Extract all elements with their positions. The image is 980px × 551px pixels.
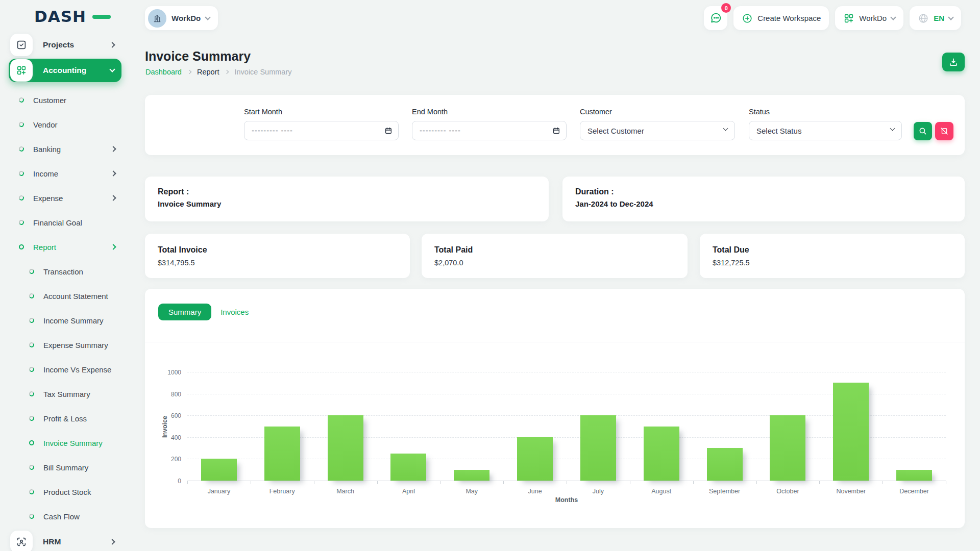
sidebar-item-hrm[interactable]: HRM [9, 530, 121, 551]
bar-april [390, 454, 426, 481]
bullet-icon [29, 415, 35, 421]
sidebar-item-label: Financial Goal [33, 218, 82, 227]
end-month-label: End Month [412, 108, 567, 116]
sidebar-item-accounting[interactable]: Accounting [9, 59, 121, 82]
calendar-icon[interactable] [552, 127, 560, 137]
sidebar-item-product-stock[interactable]: Product Stock [0, 480, 122, 504]
tab-summary[interactable]: Summary [158, 304, 211, 320]
customer-label: Customer [580, 108, 735, 116]
duration-card: Duration : Jan-2024 to Dec-2024 [562, 177, 965, 221]
invoice-summary-chart-card: Summary Invoices Invoice 020040060080010… [145, 289, 965, 528]
sidebar-item-label: Transaction [43, 267, 83, 276]
sidebar-item-label: Product Stock [43, 488, 91, 496]
sidebar-item-transaction[interactable]: Transaction [0, 259, 122, 284]
end-month-field[interactable] [412, 121, 567, 140]
x-tick-label: December [883, 488, 946, 495]
x-axis-title: Months [187, 496, 946, 504]
axis-tick [377, 481, 378, 484]
sidebar-item-customer[interactable]: Customer [0, 88, 122, 112]
sidebar-item-cash-flow[interactable]: Cash Flow [0, 504, 122, 529]
chevron-right-icon [110, 146, 116, 152]
start-month-field[interactable] [244, 121, 399, 140]
chevron-right-icon [110, 195, 116, 201]
sidebar-item-income-summary[interactable]: Income Summary [0, 308, 122, 333]
start-month-label: Start Month [244, 108, 399, 116]
calendar-icon[interactable] [384, 127, 393, 137]
breadcrumb-dashboard[interactable]: Dashboard [145, 68, 182, 76]
sidebar-item-financial-goal[interactable]: Financial Goal [0, 210, 122, 235]
sidebar-item-vendor[interactable]: Vendor [0, 112, 122, 137]
report-value: Invoice Summary [158, 199, 536, 208]
breadcrumb: Dashboard Report Invoice Summary [145, 68, 291, 76]
customer-select[interactable]: Select Customer [580, 121, 735, 140]
sidebar-item-income-vs-expense[interactable]: Income Vs Expense [0, 357, 122, 382]
sidebar-item-tax-summary[interactable]: Tax Summary [0, 382, 122, 406]
y-tick-label: 1000 [158, 369, 181, 376]
checkbox-icon [10, 34, 33, 56]
sidebar-item-label: Tax Summary [43, 390, 90, 398]
sidebar-item-invoice-summary[interactable]: Invoice Summary [0, 431, 122, 455]
bar-december [896, 470, 932, 481]
sidebar-item-label: Report [33, 243, 56, 252]
bullet-icon [18, 97, 24, 103]
x-tick-label: February [251, 488, 314, 495]
bullet-icon [18, 244, 24, 250]
sidebar-item-label: Accounting [43, 66, 86, 75]
reset-icon [940, 127, 949, 136]
axis-tick [946, 481, 946, 484]
sidebar-item-account-statement[interactable]: Account Statement [0, 284, 122, 308]
breadcrumb-report[interactable]: Report [197, 68, 219, 76]
x-tick-label: September [693, 488, 756, 495]
axis-tick [440, 481, 440, 484]
reset-button[interactable] [935, 122, 953, 140]
search-button[interactable] [914, 122, 932, 140]
bullet-icon [29, 464, 35, 470]
sidebar-item-label: HRM [43, 537, 61, 546]
stat-card-total-paid: Total Paid $2,070.0 [422, 234, 688, 278]
sidebar-item-bill-summary[interactable]: Bill Summary [0, 455, 122, 480]
sidebar-item-income[interactable]: Income [0, 161, 122, 186]
divider [145, 342, 965, 342]
end-month-input[interactable] [420, 127, 548, 135]
axis-tick [693, 481, 694, 484]
sidebar-item-projects[interactable]: Projects [9, 33, 121, 57]
download-report-button[interactable] [942, 53, 965, 71]
axis-tick [819, 481, 820, 484]
chevron-right-icon [110, 244, 116, 249]
bullet-icon [29, 293, 35, 299]
bullet-icon [18, 195, 24, 201]
x-tick-label: October [756, 488, 820, 495]
bar-june [517, 437, 553, 481]
sidebar-item-banking[interactable]: Banking [0, 137, 122, 161]
chart-tabs: Summary Invoices [158, 304, 249, 320]
duration-value: Jan-2024 to Dec-2024 [575, 199, 952, 208]
y-tick-label: 800 [158, 391, 181, 398]
sidebar-item-report[interactable]: Report [0, 235, 122, 259]
axis-tick [503, 481, 504, 484]
bar-may [454, 470, 489, 481]
x-tick-label: May [440, 488, 503, 495]
y-tick-label: 400 [158, 434, 181, 441]
sidebar-item-profit-loss[interactable]: Profit & Loss [0, 406, 122, 431]
start-month-input[interactable] [252, 127, 380, 135]
tab-invoices[interactable]: Invoices [220, 308, 249, 316]
y-tick-label: 0 [158, 478, 181, 485]
x-tick-label: January [187, 488, 251, 495]
x-tick-label: April [377, 488, 440, 495]
duration-label: Duration : [575, 187, 952, 196]
grid-plus-icon [10, 59, 33, 82]
sidebar-item-expense[interactable]: Expense [0, 186, 122, 210]
bar-march [328, 415, 363, 481]
y-axis-title: Invoice [160, 372, 169, 481]
gridline-800 [187, 394, 946, 394]
user-scan-icon [10, 531, 33, 551]
bullet-icon [29, 366, 35, 372]
chevron-right-icon [225, 70, 229, 74]
chevron-down-icon [723, 126, 728, 131]
x-tick-label: November [819, 488, 883, 495]
sidebar-item-label: Projects [43, 40, 74, 49]
sidebar-item-expense-summary[interactable]: Expense Summary [0, 333, 122, 357]
bullet-icon [29, 440, 35, 446]
chevron-down-icon [109, 66, 115, 72]
status-select[interactable]: Select Status [749, 121, 902, 140]
